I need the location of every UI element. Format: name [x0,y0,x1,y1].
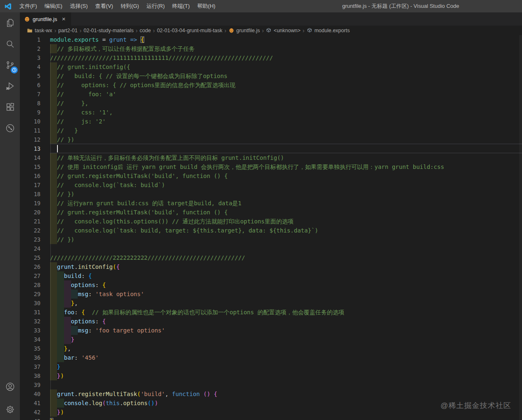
remote-branch-icon[interactable] [0,118,20,139]
line-number: 17 [20,180,41,190]
line-number: 7 [20,90,41,99]
search-icon[interactable] [0,33,20,55]
menu-item-5[interactable]: 运行(R) [143,0,168,12]
editor-group: gruntfile.js × task-wx›part2-01›02-01-st… [20,12,522,420]
code-line[interactable]: 3//////////////////1111111111111111/////… [20,53,522,62]
line-number: 21 [20,217,41,226]
extensions-icon[interactable] [0,97,20,118]
code-text: //////////////////2222222222////////////… [50,253,245,262]
code-line[interactable]: 19 // 运行yarn grunt build:css 的话 target是b… [20,199,522,208]
code-line[interactable]: 18 // }) [20,190,522,199]
code-text: build: { [50,271,92,280]
line-number: 20 [20,208,41,217]
menu-item-2[interactable]: 选择(S) [66,0,91,12]
breadcrumb-separator: › [54,27,56,34]
explorer-icon[interactable] [0,12,20,33]
account-icon[interactable] [0,376,20,397]
code-line[interactable]: 24 [20,244,522,253]
code-line[interactable]: 27 build: { [20,271,522,280]
code-text: foo: { // 如果目标的属性也是一个对象的话也可以添加一个options … [50,308,344,317]
editor[interactable]: 1module.exports = grunt => {2 // 多目标模式，可… [20,35,522,420]
code-line[interactable]: 39 [20,380,522,389]
breadcrumb-item-3[interactable]: code [140,28,151,33]
code-line[interactable]: 26 grunt.initConfig({ [20,262,522,271]
code-line[interactable]: 40 grunt.registerMultiTask('build', func… [20,389,522,399]
menu-item-0[interactable]: 文件(F) [16,0,41,12]
window-title: gruntfile.js - 无标题 (工作区) - Visual Studio… [342,0,459,12]
code-line[interactable]: 28 options: { [20,280,522,289]
code-text: } [50,335,74,344]
source-control-icon[interactable] [0,55,20,76]
code-text: msg: 'foo target options' [50,326,165,335]
code-line[interactable]: 35 }, [20,344,522,353]
current-line-highlight [50,144,522,153]
code-line[interactable]: 14 // 单独无法运行，多目标任务必须为任务配置上面不同的目标 grunt.i… [20,153,522,162]
breadcrumb-item-5[interactable]: gruntfile.js [229,28,260,33]
code-line[interactable]: 12 // }) [20,135,522,144]
code-line[interactable]: 9 // css: '1', [20,108,522,117]
line-number: 12 [20,135,41,144]
code-line[interactable]: 16 // grunt.registerMultiTask('build', f… [20,171,522,180]
breadcrumb: task-wx›part2-01›02-01-study-materials›c… [20,26,522,35]
breadcrumb-item-6[interactable]: <unknown> [266,28,300,33]
line-number: 29 [20,289,41,299]
code-line[interactable]: 20 // grunt.registerMultiTask('build', f… [20,208,522,217]
code-line[interactable]: 17 // console.log(`task: build`) [20,180,522,190]
code-text: }, [50,299,78,308]
run-debug-icon[interactable] [0,76,20,97]
code-text: // 多目标模式，可以让任务根据配置形成多个子任务 [50,44,195,53]
code-line[interactable]: 2 // 多目标模式，可以让任务根据配置形成多个子任务 [20,44,522,53]
code-text: // console.log(`task: build, target: ${t… [50,226,318,235]
code-line[interactable]: 25//////////////////2222222222//////////… [20,253,522,262]
breadcrumb-item-2[interactable]: 02-01-study-materials [83,28,133,33]
breadcrumb-separator: › [262,27,264,34]
code-line[interactable]: 10 // js: '2' [20,117,522,126]
code-line[interactable]: 4 // grunt.initConfig({ [20,62,522,71]
breadcrumb-item-0[interactable]: task-wx [27,28,52,33]
code-line[interactable]: 6 // options: { // options里面的信息会作为配置选项出现 [20,81,522,90]
text-cursor [57,145,58,152]
menu-item-3[interactable]: 查看(V) [91,0,117,12]
breadcrumb-item-1[interactable]: part2-01 [58,28,78,33]
scrollbar-track[interactable] [519,35,522,420]
code-line[interactable]: 15 // 使用 initconfig后 运行 yarn grunt build… [20,162,522,171]
code-line[interactable]: 1module.exports = grunt => { [20,35,522,44]
code-line[interactable]: 21 // console.log(this.options()) // 通过此… [20,217,522,226]
menu-item-6[interactable]: 终端(T) [168,0,193,12]
code-line[interactable]: 34 } [20,335,522,344]
code-line[interactable]: 5 // build: { // 设置的每一个键都会成为目标除了options [20,71,522,81]
line-number: 26 [20,262,41,271]
line-number: 11 [20,126,41,135]
tab-gruntfile[interactable]: gruntfile.js × [20,12,71,26]
code-line[interactable]: 11 // } [20,126,522,135]
line-number: 2 [20,44,41,53]
code-line[interactable]: 36 bar: '456' [20,353,522,362]
line-number: 10 [20,117,41,126]
menu-item-1[interactable]: 编辑(E) [41,0,66,12]
titlebar: 文件(F)编辑(E)选择(S)查看(V)转到(G)运行(R)终端(T)帮助(H)… [0,0,522,12]
code-text: }) [50,408,64,417]
line-number: 3 [20,53,41,62]
code-line[interactable]: 31 foo: { // 如果目标的属性也是一个对象的话也可以添加一个optio… [20,308,522,317]
breadcrumb-item-4[interactable]: 02-01-03-04-grunt-multi-task [157,28,222,33]
code-line[interactable]: 22 // console.log(`task: build, target: … [20,226,522,235]
code-line[interactable]: 23 // }) [20,235,522,244]
code-line[interactable]: 13 [20,144,522,153]
code-line[interactable]: 32 options: { [20,317,522,326]
tab-close-icon[interactable]: × [60,15,68,23]
code-line[interactable]: 38 }) [20,371,522,380]
main-area: gruntfile.js × task-wx›part2-01›02-01-st… [0,12,522,420]
code-line[interactable]: 29 msg: 'task options' [20,289,522,299]
code-line[interactable]: 7 // foo: 'a' [20,90,522,99]
code-line[interactable]: 8 // }, [20,99,522,108]
menu-item-7[interactable]: 帮助(H) [193,0,219,12]
breadcrumb-label: part2-01 [58,28,78,33]
code-line[interactable]: 43} [20,417,522,420]
settings-gear-icon[interactable] [0,399,20,420]
code-text: // js: '2' [50,117,106,126]
code-line[interactable]: 33 msg: 'foo target options' [20,326,522,335]
breadcrumb-item-7[interactable]: module.exports [307,28,350,33]
menu-item-4[interactable]: 转到(G) [117,0,143,12]
code-line[interactable]: 30 }, [20,299,522,308]
code-line[interactable]: 37 } [20,362,522,371]
